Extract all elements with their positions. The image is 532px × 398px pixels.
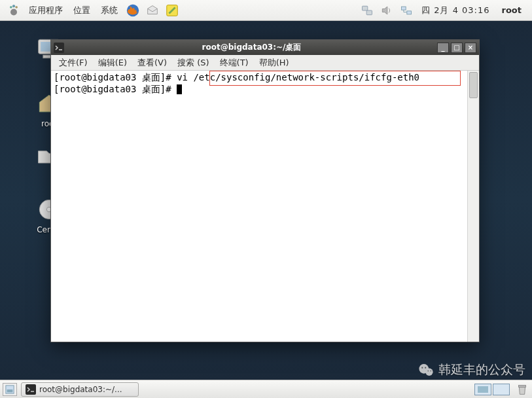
terminal-icon xyxy=(26,384,36,395)
svg-rect-15 xyxy=(54,43,64,53)
volume-icon[interactable] xyxy=(379,3,395,18)
gedit-icon[interactable] xyxy=(164,3,180,18)
menu-places[interactable]: 位置 xyxy=(68,5,96,16)
maximize-button[interactable]: □ xyxy=(451,43,463,53)
svg-point-21 xyxy=(431,371,432,372)
minimize-button[interactable]: _ xyxy=(437,43,449,53)
firefox-icon[interactable] xyxy=(125,3,141,18)
terminal-content[interactable]: [root@bigdata03 桌面]# vi /etc/sysconfig/n… xyxy=(51,71,467,342)
cursor xyxy=(177,84,182,94)
close-button[interactable]: × xyxy=(465,43,476,53)
titlebar[interactable]: root@bigdata03:~/桌面 _ □ × xyxy=(51,40,479,55)
network-manager-icon[interactable] xyxy=(399,3,414,18)
menu-terminal[interactable]: 终端(T) xyxy=(215,57,254,69)
svg-rect-9 xyxy=(407,10,412,14)
prompt: [root@bigdata03 桌面]# xyxy=(54,84,177,94)
svg-rect-6 xyxy=(363,6,368,10)
svg-rect-8 xyxy=(402,7,406,10)
svg-rect-7 xyxy=(366,10,372,15)
task-button-label: root@bigdata03:~/... xyxy=(39,385,122,394)
terminal-icon xyxy=(54,43,64,53)
command-text: vi /etc/sysconfig/network-scripts/ifcfg-… xyxy=(177,72,419,82)
window-title: root@bigdata03:~/桌面 xyxy=(68,42,435,53)
menu-view[interactable]: 查看(V) xyxy=(132,57,172,69)
svg-point-0 xyxy=(10,6,12,9)
workspace-1[interactable] xyxy=(474,384,491,395)
svg-point-3 xyxy=(10,9,17,15)
svg-point-18 xyxy=(421,367,423,369)
task-button-terminal[interactable]: root@bigdata03:~/... xyxy=(21,382,139,397)
watermark-text: 韩延丰的公众号 xyxy=(438,361,525,378)
workspace-2[interactable] xyxy=(493,384,510,395)
watermark: 韩延丰的公众号 xyxy=(417,361,525,378)
menu-file[interactable]: 文件(F) xyxy=(54,57,93,69)
terminal-window: root@bigdata03:~/桌面 _ □ × 文件(F) 编辑(E) 查看… xyxy=(50,39,480,342)
clock[interactable]: 四 2月 4 03:16 xyxy=(416,5,495,16)
menu-search[interactable]: 搜索 (S) xyxy=(172,57,215,69)
svg-rect-25 xyxy=(519,385,526,387)
prompt: [root@bigdata03 桌面]# xyxy=(54,72,177,82)
menubar: 文件(F) 编辑(E) 查看(V) 搜索 (S) 终端(T) 帮助(H) xyxy=(51,55,479,71)
svg-point-2 xyxy=(15,6,18,9)
menu-help[interactable]: 帮助(H) xyxy=(254,57,294,69)
gnome-foot-icon[interactable] xyxy=(6,3,22,18)
svg-rect-23 xyxy=(7,389,13,392)
nautilus-icon[interactable] xyxy=(145,3,160,18)
svg-point-20 xyxy=(427,371,429,372)
svg-point-1 xyxy=(12,5,15,7)
svg-point-17 xyxy=(425,369,433,376)
svg-rect-24 xyxy=(26,384,36,395)
user-menu[interactable]: root xyxy=(495,5,529,15)
menu-edit[interactable]: 编辑(E) xyxy=(93,57,132,69)
bottom-panel: root@bigdata03:~/... xyxy=(0,380,532,398)
trash-icon[interactable] xyxy=(515,382,529,397)
show-desktop-button[interactable] xyxy=(3,383,17,396)
wechat-icon xyxy=(417,361,434,378)
menu-applications[interactable]: 应用程序 xyxy=(24,5,68,16)
menu-system[interactable]: 系统 xyxy=(96,5,123,16)
workspace-switcher xyxy=(473,384,510,395)
terminal-area[interactable]: [root@bigdata03 桌面]# vi /etc/sysconfig/n… xyxy=(51,71,479,342)
scrollbar-thumb[interactable] xyxy=(469,72,478,98)
scrollbar[interactable] xyxy=(467,71,479,342)
top-panel: 应用程序 位置 系统 四 2月 4 03:16 root xyxy=(0,0,532,21)
network-icon[interactable] xyxy=(359,3,375,18)
svg-point-19 xyxy=(425,367,426,369)
